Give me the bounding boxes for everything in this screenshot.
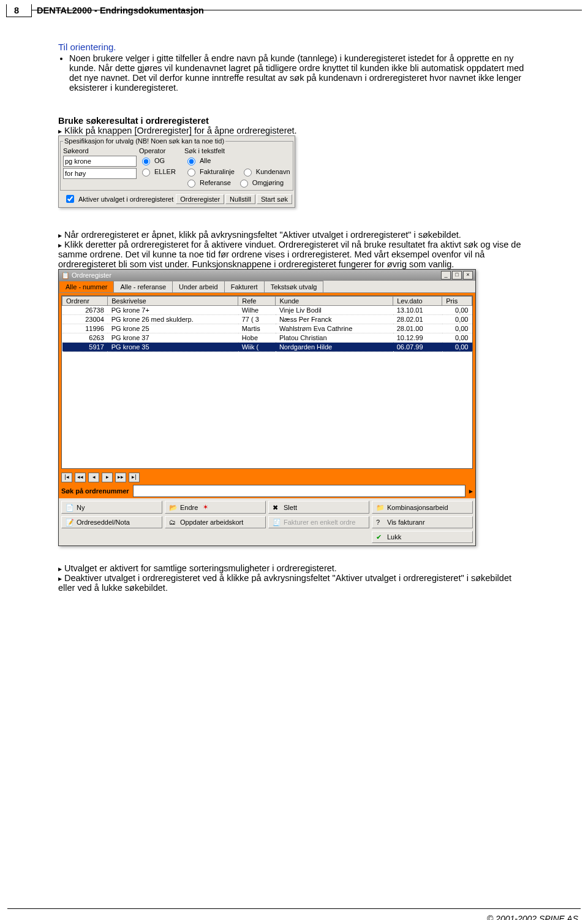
page-number: 8 <box>6 4 32 17</box>
tekstfelt-label: Søk i tekstfelt <box>184 147 288 154</box>
header-title: DENTAL2000 - Endringsdokumentasjon <box>37 6 204 17</box>
step-5: Deaktiver utvalget i ordreregisteret ved… <box>58 573 530 593</box>
radio-eller[interactable] <box>142 169 150 177</box>
radio-omgjoring[interactable] <box>240 180 248 188</box>
aktiver-utvalget-checkbox[interactable] <box>66 195 74 203</box>
tab-fakturert[interactable]: Fakturert <box>224 281 265 292</box>
radio-alle[interactable] <box>187 158 195 165</box>
table-row[interactable]: 26738PG krone 7+WilheVinje Liv Bodil13.1… <box>62 306 472 315</box>
column-header[interactable]: Pris <box>442 297 472 306</box>
close-icon[interactable]: × <box>463 271 473 279</box>
table-row[interactable]: 11996PG krone 25MartisWahlstrøm Eva Cath… <box>62 324 472 333</box>
step-2: Når ordreregisteret er åpnet, klikk på a… <box>58 230 530 240</box>
oppdater-arbeidskort-button[interactable]: 🗂Oppdater arbeidskort <box>165 516 266 528</box>
column-header[interactable]: Ordrenr <box>62 297 108 306</box>
search-panel-screenshot: Spesifikasjon for utvalg (NB! Noen søk k… <box>58 135 295 208</box>
ok-icon: ✔ <box>376 533 383 541</box>
slett-button[interactable]: ✖Slett <box>268 501 369 514</box>
column-header[interactable]: Kunde <box>276 297 393 306</box>
radio-kundenavn[interactable] <box>244 169 252 177</box>
ny-button[interactable]: 📄Ny <box>61 501 162 514</box>
delete-icon: ✖ <box>273 504 280 511</box>
ordreseddel-button[interactable]: 📝Ordreseddel/Nota <box>61 516 162 528</box>
section-title: Bruke søkeresultat i ordreregisteret <box>58 116 530 126</box>
tab-teksts-k-utvalg[interactable]: Tekstsøk utvalg <box>264 281 324 292</box>
invoice-icon: 🧾 <box>273 519 280 526</box>
tab-alle-nummer[interactable]: Alle - nummer <box>59 281 114 292</box>
step-3: Klikk deretter på ordreregisteret for å … <box>58 240 530 269</box>
help-icon: ? <box>376 519 383 526</box>
fakturer-button: 🧾Fakturer en enkelt ordre <box>268 516 369 528</box>
table-row[interactable]: 6263PG krone 37HobePlatou Christian10.12… <box>62 333 472 343</box>
sokeord-input-1[interactable] <box>63 156 137 167</box>
orientation-text: Noen brukere velger i gitte tilfeller å … <box>69 53 530 93</box>
refresh-icon: 🗂 <box>169 519 176 526</box>
column-header[interactable]: Beskrivelse <box>108 297 238 306</box>
step-1: Klikk på knappen [Ordreregister] for å å… <box>58 126 530 135</box>
ordreregister-button[interactable]: Ordreregister <box>176 194 224 204</box>
tab-under-arbeid[interactable]: Under arbeid <box>172 281 225 292</box>
start-sok-button[interactable]: Start søk <box>257 194 292 204</box>
step-4: Utvalget er aktivert for samtlige sorter… <box>58 563 530 573</box>
table-row[interactable]: 23004PG krone 26 med skulderp.77 ( 3Næss… <box>62 315 472 324</box>
nullstill-button[interactable]: Nullstill <box>225 194 255 204</box>
search-ordrenummer-label: Søk på ordrenummer <box>61 487 129 495</box>
new-icon: 📄 <box>66 504 73 511</box>
vis-fakturanr-button[interactable]: ?Vis fakturanr <box>372 516 473 528</box>
sokeord-label: Søkeord <box>63 147 137 154</box>
column-header[interactable]: Lev.dato <box>393 297 442 306</box>
radio-referanse[interactable] <box>187 180 195 188</box>
minimize-icon[interactable]: _ <box>441 271 451 279</box>
folder-icon: 📁 <box>376 504 383 511</box>
window-icon: 📋 <box>61 272 70 279</box>
window-title: Ordreregister <box>72 272 111 279</box>
radio-fakturalinje[interactable] <box>187 169 195 177</box>
cursor-star-icon: ✶ <box>203 503 208 511</box>
kombinasjonsarbeid-button[interactable]: 📁Kombinasjonsarbeid <box>372 501 473 514</box>
search-go-icon[interactable]: ▸ <box>469 487 473 495</box>
endre-button[interactable]: 📂Endre✶ <box>165 501 266 514</box>
tab-alle-referanse[interactable]: Alle - referanse <box>113 281 173 292</box>
record-navigator[interactable]: |◂◂◂◂▸▸▸▸| <box>59 471 475 484</box>
table-row[interactable]: 5917PG krone 35Wiik (Nordgarden Hilde06.… <box>62 343 472 352</box>
search-ordrenummer-input[interactable] <box>133 485 466 497</box>
sokeord-input-2[interactable] <box>63 168 137 179</box>
column-header[interactable]: Refe <box>238 297 276 306</box>
radio-og[interactable] <box>142 158 150 165</box>
note-icon: 📝 <box>66 519 73 526</box>
footer-copyright: © 2001-2002 SPINE AS <box>487 914 578 920</box>
ordreregister-window: 📋 Ordreregister _ □ × Alle - nummerAlle … <box>58 269 476 546</box>
edit-icon: 📂 <box>169 504 176 511</box>
search-fieldset-legend: Spesifikasjon for utvalg (NB! Noen søk k… <box>63 137 225 145</box>
lukk-button[interactable]: ✔Lukk <box>372 531 473 543</box>
orientation-heading: Til orientering. <box>58 42 530 52</box>
maximize-icon[interactable]: □ <box>452 271 462 279</box>
operator-label: Operator <box>139 147 182 154</box>
